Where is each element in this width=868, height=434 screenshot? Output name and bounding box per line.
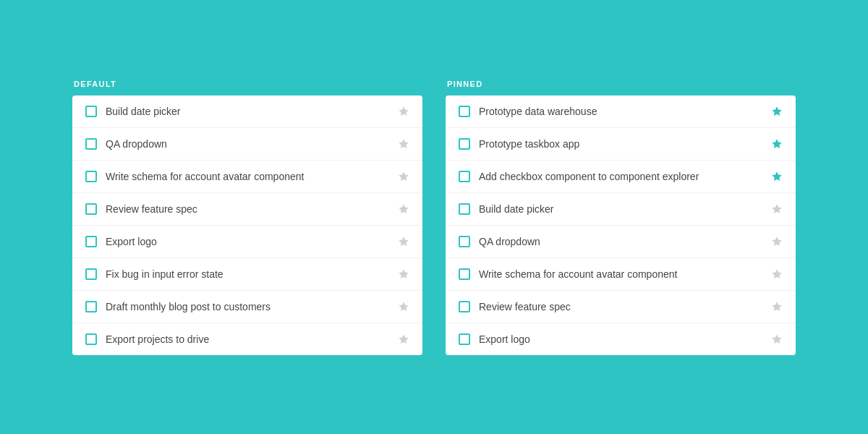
star-empty-icon[interactable] [398, 106, 409, 117]
task-row: Export projects to drive [72, 323, 422, 355]
task-row: Build date picker [72, 95, 422, 128]
task-row: Add checkbox component to component expl… [446, 161, 796, 193]
task-label: Export logo [479, 333, 762, 345]
task-checkbox[interactable] [459, 106, 470, 117]
star-empty-icon[interactable] [398, 268, 409, 280]
star-filled-icon[interactable] [771, 106, 783, 117]
section-default: DEFAULTBuild date picker QA dropdown Wri… [72, 80, 422, 355]
svg-marker-2 [399, 171, 408, 181]
task-checkbox[interactable] [85, 301, 97, 312]
task-row: QA dropdown [446, 226, 796, 258]
task-checkbox[interactable] [459, 138, 470, 150]
task-checkbox[interactable] [459, 171, 470, 182]
task-checkbox[interactable] [85, 171, 97, 182]
task-label: Write schema for account avatar componen… [106, 171, 389, 182]
task-checkbox[interactable] [85, 333, 97, 345]
section-label-default: DEFAULT [72, 80, 422, 88]
star-empty-icon[interactable] [771, 203, 783, 215]
star-filled-icon[interactable] [771, 138, 783, 150]
task-label: Prototype taskbox app [479, 138, 762, 150]
task-checkbox[interactable] [459, 268, 470, 280]
section-pinned: PINNEDPrototype data warehouse Prototype… [446, 80, 796, 355]
svg-marker-12 [772, 237, 781, 246]
card-pinned: Prototype data warehouse Prototype taskb… [446, 95, 796, 355]
star-empty-icon[interactable] [771, 268, 783, 280]
svg-marker-9 [772, 139, 781, 148]
task-label: Export logo [106, 236, 389, 247]
star-empty-icon[interactable] [771, 301, 783, 312]
svg-marker-11 [772, 204, 781, 213]
svg-marker-4 [399, 237, 408, 246]
task-checkbox[interactable] [459, 203, 470, 215]
star-empty-icon[interactable] [771, 333, 783, 345]
star-empty-icon[interactable] [398, 301, 409, 312]
task-row: Write schema for account avatar componen… [446, 258, 796, 291]
task-label: Prototype data warehouse [479, 106, 762, 117]
task-row: Review feature spec [446, 291, 796, 323]
card-default: Build date picker QA dropdown Write sche… [72, 95, 422, 355]
task-label: Build date picker [479, 203, 762, 215]
task-checkbox[interactable] [459, 333, 470, 345]
task-row: Prototype taskbox app [446, 128, 796, 161]
task-row: Export logo [446, 323, 796, 355]
task-row: Prototype data warehouse [446, 95, 796, 128]
section-label-pinned: PINNED [446, 80, 796, 88]
task-row: Export logo [72, 226, 422, 258]
task-checkbox[interactable] [459, 236, 470, 247]
task-checkbox[interactable] [85, 236, 97, 247]
star-empty-icon[interactable] [398, 203, 409, 215]
task-label: QA dropdown [479, 236, 762, 247]
task-row: Write schema for account avatar componen… [72, 161, 422, 193]
svg-marker-5 [399, 269, 408, 278]
task-label: Export projects to drive [106, 333, 389, 345]
main-content: DEFAULTBuild date picker QA dropdown Wri… [72, 80, 796, 355]
task-row: Draft monthly blog post to customers [72, 291, 422, 323]
star-empty-icon[interactable] [398, 236, 409, 247]
task-label: Review feature spec [106, 203, 389, 215]
star-empty-icon[interactable] [771, 236, 783, 247]
task-label: Write schema for account avatar componen… [479, 268, 762, 280]
svg-marker-14 [772, 302, 781, 311]
svg-marker-3 [399, 204, 408, 213]
star-empty-icon[interactable] [398, 333, 409, 345]
star-empty-icon[interactable] [398, 171, 409, 182]
svg-marker-0 [399, 106, 408, 116]
svg-marker-7 [399, 334, 408, 344]
task-checkbox[interactable] [85, 106, 97, 117]
task-row: QA dropdown [72, 128, 422, 161]
star-empty-icon[interactable] [398, 138, 409, 150]
task-row: Build date picker [446, 193, 796, 226]
task-row: Review feature spec [72, 193, 422, 226]
svg-marker-10 [772, 171, 781, 181]
task-row: Fix bug in input error state [72, 258, 422, 291]
task-checkbox[interactable] [85, 268, 97, 280]
task-label: Build date picker [106, 106, 389, 117]
svg-marker-8 [772, 106, 781, 116]
task-checkbox[interactable] [85, 138, 97, 150]
task-label: Review feature spec [479, 301, 762, 312]
task-checkbox[interactable] [85, 203, 97, 215]
task-checkbox[interactable] [459, 301, 470, 312]
task-label: Fix bug in input error state [106, 268, 389, 280]
task-label: Draft monthly blog post to customers [106, 301, 389, 312]
task-label: Add checkbox component to component expl… [479, 171, 762, 182]
svg-marker-15 [772, 334, 781, 344]
svg-marker-1 [399, 139, 408, 148]
star-filled-icon[interactable] [771, 171, 783, 182]
svg-marker-13 [772, 269, 781, 278]
task-label: QA dropdown [106, 138, 389, 150]
svg-marker-6 [399, 302, 408, 311]
